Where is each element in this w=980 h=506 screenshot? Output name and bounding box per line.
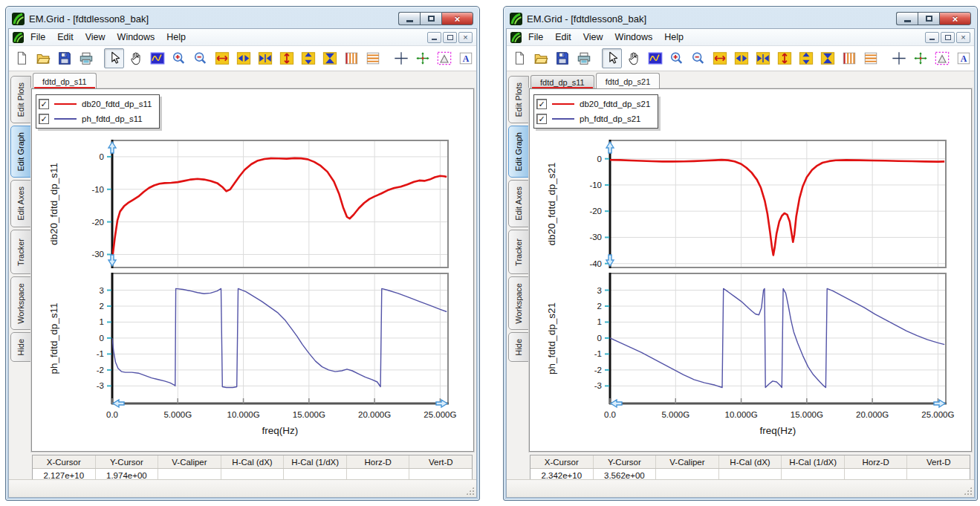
shrink-x-icon[interactable]	[731, 48, 751, 68]
sidebar-tab-label: Edit Plots	[514, 82, 523, 117]
close-button[interactable]: ×	[939, 12, 971, 25]
delta-marker-icon[interactable]	[932, 48, 952, 68]
close-button[interactable]: ×	[441, 12, 473, 25]
expand-x-icon[interactable]	[212, 48, 232, 68]
legend-checkbox[interactable]: ✓	[536, 114, 547, 124]
sidebar-tab-edit-graph[interactable]: Edit Graph	[10, 126, 31, 178]
sidebar-tab-workspace[interactable]: Workspace	[508, 276, 529, 330]
print-icon[interactable]	[574, 48, 594, 68]
mdi-close-button[interactable]: ×	[458, 32, 473, 43]
horizontal-markers-icon[interactable]	[860, 48, 880, 68]
menu-item-help[interactable]: Help	[160, 30, 192, 44]
plot-mode-icon[interactable]	[147, 48, 167, 68]
plot-area[interactable]	[610, 273, 946, 403]
expand-y-icon[interactable]	[276, 48, 296, 68]
titlebar[interactable]: EM.Grid - [fdtdlesson8_bak] ×	[6, 7, 479, 28]
y-axis-label: db20_fdtd_dp_s11	[48, 163, 59, 245]
cursor-table-header: Vert-D	[409, 455, 472, 468]
zoom-out-icon[interactable]	[688, 48, 708, 68]
menu-item-view[interactable]: View	[577, 30, 609, 44]
new-document-icon[interactable]	[11, 48, 31, 68]
charts-canvas[interactable]: 0-10-20-30db20_fdtd_dp_s113210-1-2-30.05…	[32, 89, 476, 451]
plot-tab-fdtd_dp_s21[interactable]: fdtd_dp_s21	[596, 73, 661, 88]
open-file-icon[interactable]	[33, 48, 53, 68]
minimize-button[interactable]	[896, 12, 918, 25]
sidebar-tab-tracker[interactable]: Tracker	[508, 230, 529, 274]
new-document-icon[interactable]	[509, 48, 529, 68]
select-pointer-icon[interactable]	[602, 48, 622, 68]
resize-grip[interactable]	[466, 487, 474, 495]
maximize-button[interactable]	[420, 12, 441, 25]
sidebar-tab-edit-axes[interactable]: Edit Axes	[10, 180, 31, 227]
legend-checkbox[interactable]: ✓	[536, 99, 547, 109]
sidebar-tab-edit-plots[interactable]: Edit Plots	[508, 76, 529, 123]
crosshair-icon[interactable]	[391, 48, 411, 68]
tracker-icon[interactable]	[910, 48, 930, 68]
zoom-out-icon[interactable]	[190, 48, 210, 68]
mdi-restore-button[interactable]	[941, 32, 955, 43]
shrink-x-icon[interactable]	[233, 48, 253, 68]
legend-checkbox[interactable]: ✓	[39, 114, 49, 124]
sidebar-tab-hide[interactable]: Hide	[10, 332, 31, 362]
text-annotation-icon[interactable]: A	[455, 48, 476, 68]
tracker-icon[interactable]	[412, 48, 432, 68]
status-bar	[507, 479, 974, 497]
menu-item-edit[interactable]: Edit	[51, 30, 79, 44]
sidebar-tab-tracker[interactable]: Tracker	[10, 230, 31, 274]
select-pointer-icon[interactable]	[104, 48, 124, 68]
plot-area[interactable]	[610, 140, 946, 267]
maximize-button[interactable]	[918, 12, 939, 25]
titlebar[interactable]: EM.Grid - [fdtdlesson8_bak] ×	[504, 7, 977, 28]
vertical-markers-icon[interactable]	[839, 48, 859, 68]
vertical-markers-icon[interactable]	[341, 48, 361, 68]
crosshair-icon[interactable]	[889, 48, 909, 68]
crosshair-glyph	[891, 51, 907, 66]
shrink-y-icon[interactable]	[796, 48, 816, 68]
open-file-icon[interactable]	[530, 48, 551, 68]
x-tick-label: 0.0	[604, 410, 616, 419]
menu-item-view[interactable]: View	[79, 30, 111, 44]
plot-tab-fdtd_dp_s11[interactable]: fdtd_dp_s11	[33, 73, 97, 88]
sidebar-tab-edit-plots[interactable]: Edit Plots	[10, 76, 31, 123]
pan-hand-icon[interactable]	[126, 48, 146, 68]
expand-y-icon[interactable]	[774, 48, 794, 68]
print-icon[interactable]	[76, 48, 96, 68]
pan-hand-icon[interactable]	[623, 48, 643, 68]
sidebar-tab-edit-graph[interactable]: Edit Graph	[508, 126, 529, 178]
zoom-in-icon[interactable]	[169, 48, 189, 68]
charts-canvas[interactable]: 0-10-20-30-40db20_fdtd_dp_s213210-1-2-30…	[530, 89, 974, 451]
minimize-button[interactable]	[398, 12, 420, 25]
sidebar-tab-hide[interactable]: Hide	[508, 332, 529, 362]
document-icon	[13, 32, 24, 43]
legend-checkbox[interactable]: ✓	[39, 99, 49, 109]
sidebar-tab-edit-axes[interactable]: Edit Axes	[508, 180, 529, 227]
expand-x-icon[interactable]	[710, 48, 730, 68]
compress-y-icon[interactable]	[817, 48, 837, 68]
menu-item-edit[interactable]: Edit	[549, 30, 577, 44]
delta-marker-icon[interactable]	[434, 48, 454, 68]
sidebar-tab-workspace[interactable]: Workspace	[10, 276, 31, 330]
plot-tab-fdtd_dp_s11[interactable]: fdtd_dp_s11	[530, 75, 594, 88]
mdi-minimize-button[interactable]	[427, 32, 441, 43]
compress-x-icon[interactable]	[753, 48, 773, 68]
save-icon[interactable]	[552, 48, 572, 68]
horizontal-markers-icon[interactable]	[363, 48, 383, 68]
mdi-close-button[interactable]: ×	[956, 32, 970, 43]
zoom-in-icon[interactable]	[666, 48, 687, 68]
menu-item-windows[interactable]: Windows	[609, 30, 659, 44]
menu-item-windows[interactable]: Windows	[111, 30, 161, 44]
mdi-restore-button[interactable]	[443, 32, 457, 43]
save-icon[interactable]	[54, 48, 74, 68]
compress-x-icon[interactable]	[255, 48, 275, 68]
text-annotation-icon[interactable]: A	[953, 48, 973, 68]
menu-item-file[interactable]: File	[522, 30, 549, 44]
menu-item-file[interactable]: File	[25, 30, 51, 44]
cursor-readout-table: X-CursorY-CursorV-CaliperH-Cal (dX)H-Cal…	[32, 455, 473, 482]
plot-mode-icon[interactable]	[645, 48, 665, 68]
mdi-minimize-button[interactable]	[925, 32, 939, 43]
resize-grip[interactable]	[964, 487, 972, 495]
menu-item-help[interactable]: Help	[658, 30, 689, 44]
plot-panel: 0-10-20-30-40db20_fdtd_dp_s213210-1-2-30…	[529, 88, 972, 452]
compress-y-icon[interactable]	[319, 48, 340, 68]
shrink-y-icon[interactable]	[298, 48, 318, 68]
